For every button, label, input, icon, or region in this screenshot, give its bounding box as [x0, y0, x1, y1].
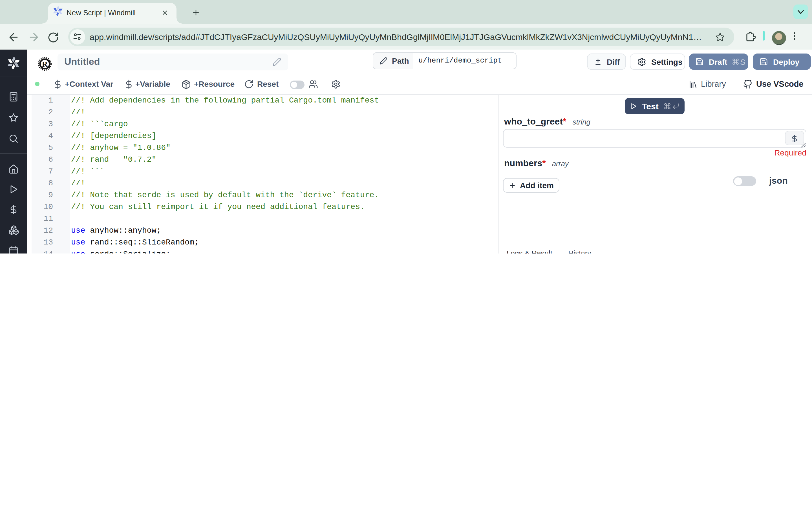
svg-text:R: R — [42, 60, 48, 68]
